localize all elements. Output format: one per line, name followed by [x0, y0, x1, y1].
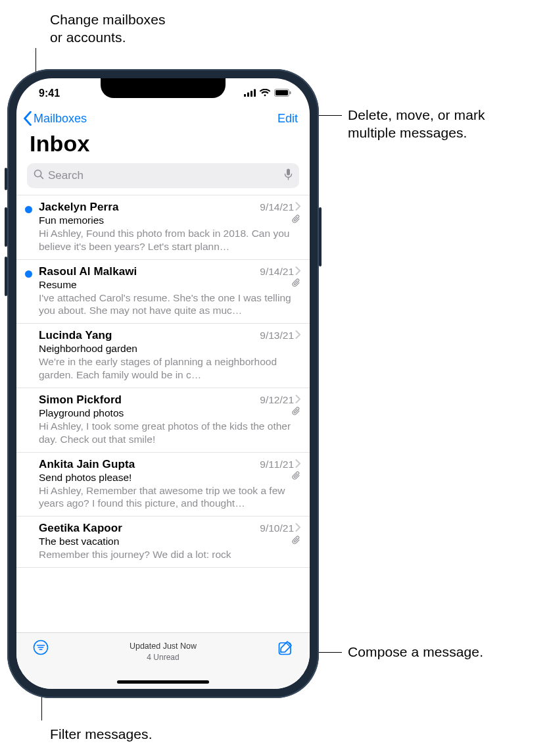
- message-row[interactable]: Lucinda Yang9/13/21Neighborhood gardenWe…: [16, 324, 310, 388]
- svg-rect-1: [247, 93, 249, 97]
- callout-compose: Compose a message.: [348, 643, 483, 661]
- message-row[interactable]: Jackelyn Perra9/14/21Fun memoriesHi Ashl…: [16, 195, 310, 260]
- page-title: Inbox: [16, 127, 310, 163]
- message-sender: Rasoul Al Malkawi: [39, 265, 137, 278]
- wifi-icon: [259, 88, 271, 99]
- back-label: Mailboxes: [34, 112, 87, 126]
- callout-edit: Delete, move, or mark multiple messages.: [348, 107, 485, 142]
- mute-switch: [5, 168, 7, 190]
- message-subject: Fun memories: [39, 214, 104, 226]
- search-icon: [34, 169, 44, 183]
- svg-rect-0: [244, 94, 246, 97]
- svg-rect-2: [251, 91, 252, 97]
- screen: 9:41 Mailboxes Edit: [16, 78, 310, 689]
- bottom-toolbar: Updated Just Now 4 Unread: [16, 632, 310, 689]
- status-line-2: 4 Unread: [51, 652, 275, 663]
- message-date: 9/13/21: [260, 330, 294, 341]
- message-subject: Neighborhood garden: [39, 343, 137, 355]
- side-button: [319, 207, 322, 266]
- message-date: 9/12/21: [260, 394, 294, 406]
- battery-icon: [274, 88, 291, 99]
- filter-button[interactable]: [31, 640, 51, 655]
- cellular-icon: [244, 88, 256, 99]
- chevron-right-icon: [295, 522, 300, 534]
- message-sender: Ankita Jain Gupta: [39, 458, 135, 471]
- message-sender: Simon Pickford: [39, 393, 122, 407]
- message-subject: Playground photos: [39, 407, 124, 419]
- notch: [101, 78, 226, 98]
- volume-down: [5, 257, 7, 296]
- phone-frame: 9:41 Mailboxes Edit: [7, 69, 319, 698]
- edit-button[interactable]: Edit: [277, 112, 298, 126]
- paperclip-icon: [292, 278, 300, 290]
- paperclip-icon: [292, 536, 300, 547]
- volume-up: [5, 207, 7, 247]
- chevron-right-icon: [295, 394, 300, 406]
- message-sender: Geetika Kapoor: [39, 522, 122, 535]
- chevron-left-icon: [23, 111, 32, 126]
- paperclip-icon: [292, 214, 300, 226]
- message-row[interactable]: Geetika Kapoor9/10/21The best vacationRe…: [16, 517, 310, 568]
- message-list[interactable]: Jackelyn Perra9/14/21Fun memoriesHi Ashl…: [16, 195, 310, 568]
- message-preview: Remember this journey? We did a lot: roc…: [39, 548, 300, 561]
- compose-button[interactable]: [275, 640, 295, 656]
- home-indicator[interactable]: [117, 680, 209, 684]
- callout-mailboxes: Change mailboxes or accounts.: [50, 11, 166, 47]
- chevron-right-icon: [295, 201, 300, 213]
- message-subject: The best vacation: [39, 536, 119, 547]
- message-row[interactable]: Rasoul Al Malkawi9/14/21ResumeI've attac…: [16, 260, 310, 324]
- message-date: 9/14/21: [260, 266, 294, 278]
- message-date: 9/11/21: [260, 459, 294, 470]
- message-preview: Hi Ashley, Found this photo from back in…: [39, 227, 300, 253]
- fade-overlay: [16, 620, 310, 632]
- message-preview: Hi Ashley, I took some great photos of t…: [39, 420, 300, 446]
- message-sender: Jackelyn Perra: [39, 201, 118, 214]
- message-preview: I've attached Carol's resume. She's the …: [39, 291, 300, 318]
- status-line-1: Updated Just Now: [51, 641, 275, 652]
- status-time: 9:41: [39, 88, 60, 99]
- svg-rect-6: [290, 91, 291, 94]
- svg-rect-9: [287, 168, 290, 175]
- dictation-icon[interactable]: [284, 168, 293, 184]
- svg-rect-3: [254, 89, 256, 97]
- search-placeholder: Search: [48, 169, 280, 182]
- nav-bar: Mailboxes Edit: [16, 109, 310, 127]
- svg-rect-5: [275, 90, 288, 95]
- toolbar-status: Updated Just Now 4 Unread: [51, 640, 275, 663]
- chevron-right-icon: [295, 266, 300, 278]
- chevron-right-icon: [295, 330, 300, 341]
- callout-filter: Filter messages.: [50, 726, 153, 743]
- message-date: 9/14/21: [260, 201, 294, 213]
- message-date: 9/10/21: [260, 522, 294, 534]
- message-row[interactable]: Simon Pickford9/12/21Playground photosHi…: [16, 388, 310, 453]
- message-subject: Resume: [39, 279, 77, 291]
- svg-line-8: [41, 176, 43, 178]
- chevron-right-icon: [295, 459, 300, 470]
- paperclip-icon: [292, 471, 300, 483]
- unread-dot-icon: [25, 206, 32, 213]
- message-preview: We're in the early stages of planning a …: [39, 355, 300, 382]
- message-row[interactable]: Ankita Jain Gupta9/11/21Send photos plea…: [16, 453, 310, 517]
- message-subject: Send photos please!: [39, 472, 131, 484]
- message-sender: Lucinda Yang: [39, 329, 112, 342]
- message-preview: Hi Ashley, Remember that awesome trip we…: [39, 484, 300, 511]
- search-input[interactable]: Search: [27, 163, 299, 188]
- unread-dot-icon: [25, 270, 32, 278]
- paperclip-icon: [292, 407, 300, 418]
- back-mailboxes-button[interactable]: Mailboxes: [23, 111, 87, 126]
